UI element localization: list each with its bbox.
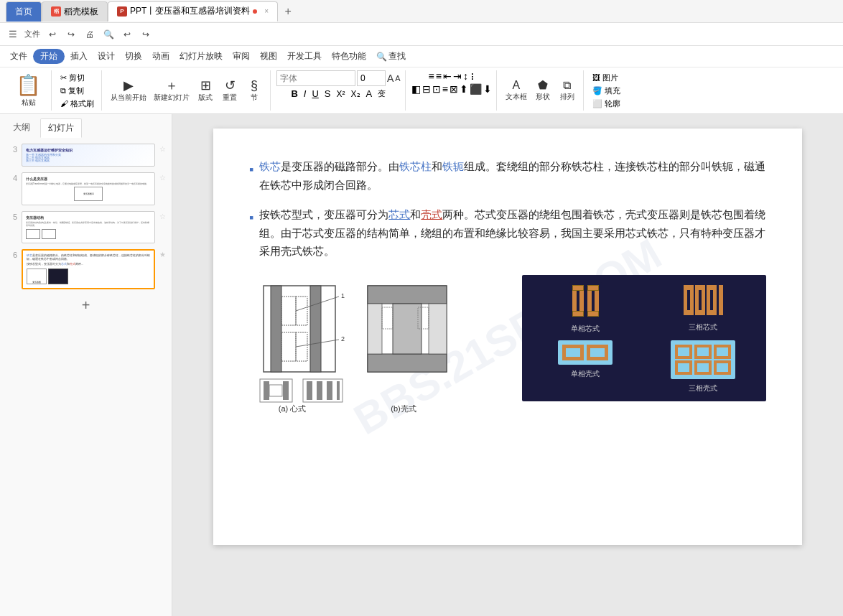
align-middle[interactable]: ⬛ [470, 83, 482, 95]
tab-ppt[interactable]: P PPT丨变压器和互感器培训资料 × [108, 1, 278, 22]
list-item[interactable]: 5 变压器结构 变压器的结构(结构)主要有：铁芯、线圈(绕组)。变压器在实际应用… [6, 211, 166, 243]
text-core-column: 铁芯柱 [399, 160, 432, 172]
menu-start[interactable]: 开始 [33, 49, 65, 64]
bullet-text-2[interactable]: 按铁芯型式，变压器可分为芯式和壳式两种。芯式变压器的绕组包围着铁芯，壳式变压器则… [259, 205, 766, 261]
three-phase-core-label: 三相芯式 [689, 321, 717, 333]
arrange-icon: ⧉ [563, 80, 571, 91]
copy-button[interactable]: ⧉ 复制 [57, 85, 97, 97]
indent-decrease[interactable]: ⇤ [443, 70, 452, 82]
font-family-input[interactable] [276, 70, 355, 86]
section-button[interactable]: § 节 [243, 78, 266, 104]
cut-button[interactable]: ✂ 剪切 [57, 72, 97, 84]
menu-insert[interactable]: 插入 [66, 49, 92, 64]
three-phase-shell-cell: 三相壳式 [647, 340, 759, 394]
reset-button[interactable]: ↺ 重置 [218, 78, 241, 104]
image-button[interactable]: 🖼 图片 [590, 72, 623, 84]
svg-rect-3 [281, 297, 296, 325]
outline-button[interactable]: ⬜ 轮廓 [590, 98, 623, 110]
textbox-button[interactable]: A 文本框 [503, 78, 530, 103]
slide-number: 6 [6, 249, 17, 259]
list-item[interactable]: 3 电力互感器运行维护安全知识 第一节 互感器的作用和分类 第二节 电流互感器 … [6, 144, 166, 167]
group-font: A A B I U S X² X₂ A 变 [272, 70, 406, 111]
font-color-button[interactable]: A [364, 88, 375, 100]
template-tab-label: 稻壳模板 [64, 6, 98, 18]
shape-icon: ⬟ [538, 80, 548, 91]
align-top[interactable]: ⬆ [460, 83, 468, 95]
reset-label: 重置 [223, 93, 237, 103]
menu-special[interactable]: 特色功能 [327, 49, 371, 64]
new-slide-button[interactable]: ＋ 新建幻灯片 [151, 78, 192, 104]
format-brush-icon: 🖌 [60, 99, 68, 108]
image-icon: 🖼 [592, 73, 600, 82]
list-number-button[interactable]: ≡ [436, 70, 442, 82]
font-size-input[interactable] [357, 70, 386, 86]
svg-text:(a) 心式: (a) 心式 [279, 404, 307, 413]
align-left[interactable]: ◧ [411, 83, 421, 95]
single-core-label: 单相芯式 [571, 322, 600, 335]
bullet-text-1[interactable]: 铁芯是变压器的磁路部分。由铁芯柱和铁轭组成。套绕组的部分称铁芯柱，连接铁芯柱的部… [259, 157, 766, 194]
qa-file[interactable]: 文件 [23, 29, 42, 39]
menu-animation[interactable]: 动画 [148, 49, 174, 64]
qa-zoom[interactable]: 🔍 [101, 27, 116, 42]
menu-view[interactable]: 视图 [256, 49, 281, 64]
add-slide-button[interactable]: + [76, 295, 96, 315]
shape-button[interactable]: ⬟ 形状 [531, 78, 554, 103]
layout-button[interactable]: ⊞ 版式 [194, 78, 217, 104]
svg-rect-22 [264, 381, 269, 400]
menu-icon[interactable]: ☰ [6, 29, 20, 39]
align-bottom[interactable]: ⬇ [483, 83, 492, 95]
strikethrough-button[interactable]: S [322, 88, 333, 100]
align-distribute[interactable]: ⊠ [450, 83, 458, 95]
format-brush-button[interactable]: 🖌 格式刷 [57, 98, 97, 110]
qa-print[interactable]: 🖨 [82, 27, 98, 42]
menu-slideshow[interactable]: 幻灯片放映 [175, 49, 227, 64]
slideshow-start-button[interactable]: ▶ 从当前开始 [108, 78, 149, 104]
qa-undo2[interactable]: ↩ [119, 27, 135, 42]
fill-button[interactable]: 🪣 填充 [590, 85, 623, 97]
tab-close-btn[interactable]: × [264, 7, 269, 15]
column-button[interactable]: ⫶ [470, 70, 475, 82]
menu-find[interactable]: 🔍查找 [372, 49, 410, 64]
list-item[interactable]: 4 什么是变压器 变压器(Transformer)是一种静止电器，它通过电磁感应… [6, 172, 166, 205]
slide-thumbnail[interactable]: 电力互感器运行维护安全知识 第一节 互感器的作用和分类 第二节 电流互感器 第三… [22, 144, 155, 167]
underline-button[interactable]: U [309, 88, 320, 100]
slide-thumbnail[interactable]: 变压器结构 变压器的结构(结构)主要有：铁芯、线圈(绕组)。变压器在实际应用中还… [22, 211, 155, 243]
insert-buttons: 🖼 图片 🪣 填充 ⬜ 轮廓 [590, 72, 623, 110]
arrange-button[interactable]: ⧉ 排列 [556, 78, 579, 103]
slides-tab[interactable]: 幻灯片 [40, 118, 82, 138]
qa-undo[interactable]: ↩ [45, 27, 60, 42]
list-item[interactable]: 6 铁芯是变压器的磁路部分。由铁芯柱和铁轭组成。套绕组的部分称铁芯柱，连接铁芯柱… [6, 249, 166, 290]
superscript-button[interactable]: X² [335, 88, 348, 100]
bold-button[interactable]: B [289, 88, 299, 100]
align-right[interactable]: ⊡ [432, 83, 441, 95]
menu-file[interactable]: 文件 [6, 49, 32, 64]
section-label: 节 [251, 93, 258, 103]
paste-button[interactable]: 📋 粘贴 [10, 72, 47, 109]
italic-button[interactable]: I [302, 88, 309, 100]
align-center[interactable]: ⊟ [422, 83, 431, 95]
font-size-up[interactable]: A [387, 73, 393, 84]
menu-design[interactable]: 设计 [93, 49, 119, 64]
menu-transition[interactable]: 切换 [121, 49, 146, 64]
slide-thumbnail-active[interactable]: 铁芯是变压器的磁路部分。由铁芯柱和铁轭组成。套绕组的部分称铁芯柱，连接铁芯柱的部… [22, 249, 155, 290]
subscript-button[interactable]: X₂ [349, 88, 363, 100]
outline-tab[interactable]: 大纲 [6, 118, 37, 138]
font-size-down[interactable]: A [395, 74, 400, 83]
indent-increase[interactable]: ⇥ [453, 70, 462, 82]
textbox-icon: A [513, 80, 521, 91]
menu-review[interactable]: 审阅 [228, 49, 254, 64]
line-spacing-button[interactable]: ↕ [463, 70, 468, 82]
qa-redo2[interactable]: ↪ [138, 27, 154, 42]
qa-redo[interactable]: ↪ [63, 27, 79, 42]
slide-thumbnail[interactable]: 什么是变压器 变压器(Transformer)是一种静止电器，它通过电磁感应原理… [22, 172, 155, 205]
menu-devtools[interactable]: 开发工具 [283, 49, 326, 64]
tab-template[interactable]: 稻 稻壳模板 [42, 1, 108, 22]
align-justify[interactable]: ≡ [442, 83, 448, 95]
svg-rect-24 [269, 385, 282, 396]
transform-button[interactable]: 变 [376, 88, 388, 100]
new-tab-button[interactable]: + [278, 1, 298, 22]
slide-star: ☆ [159, 174, 166, 182]
tab-home[interactable]: 首页 [6, 1, 42, 22]
list-bullet-button[interactable]: ≡ [429, 70, 434, 82]
single-shell-label: 单相壳式 [571, 368, 600, 380]
